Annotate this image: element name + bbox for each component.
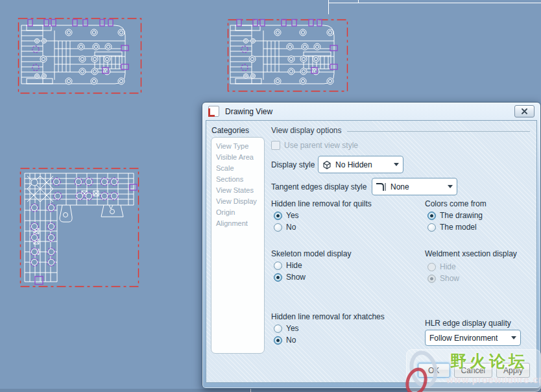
no-hidden-style-icon: [322, 160, 332, 170]
radio-quilts-no[interactable]: [274, 223, 282, 232]
colors-model-option[interactable]: The model: [427, 223, 477, 232]
use-parent-label: Use parent view style: [284, 141, 358, 150]
close-icon: [522, 108, 527, 114]
drawing-sheet-icon: [208, 106, 219, 117]
weldment-group-title: Weldment xsection display: [425, 249, 517, 258]
categories-listbox: View Type Visible Area Scale Sections Vi…: [211, 137, 265, 354]
drawing-view-dialog: Drawing View Categories View Type Visibl…: [202, 102, 541, 389]
hlr-quality-dropdown[interactable]: Follow Environment: [425, 330, 521, 346]
categories-label: Categories: [211, 126, 249, 135]
xhatches-group-title: Hidden line removal for xhatches: [271, 312, 385, 321]
dialog-footer: OK Cancel Apply: [418, 363, 530, 378]
tangent-edges-label: Tangent edges display style: [271, 182, 367, 191]
display-style-dropdown[interactable]: No Hidden: [318, 156, 403, 173]
dialog-title: Drawing View: [225, 107, 272, 116]
drawing-view-l-shape[interactable]: [19, 167, 139, 288]
tangent-edges-dropdown[interactable]: None: [372, 178, 457, 195]
colors-drawing-option[interactable]: The drawing: [427, 211, 483, 220]
skeleton-group-title: Skeleton model display: [271, 249, 351, 258]
dialog-content: Categories View Type Visible Area Scale …: [206, 120, 537, 383]
quilts-group-title: Hidden line removal for quilts: [271, 199, 372, 208]
xhatches-yes-option[interactable]: Yes: [274, 324, 299, 333]
drawing-view-top-middle[interactable]: [227, 19, 348, 92]
use-parent-checkbox[interactable]: [271, 141, 280, 150]
section-view-display-options: View display options: [271, 126, 530, 135]
skeleton-hide-option[interactable]: Hide: [274, 261, 302, 270]
radio-xhatches-no[interactable]: [274, 336, 282, 345]
chevron-down-icon: [394, 163, 399, 166]
dialog-titlebar[interactable]: Drawing View: [202, 103, 540, 120]
radio-skeleton-show[interactable]: [274, 273, 282, 282]
hlr-quality-value: Follow Environment: [429, 334, 509, 343]
sheet-table-line: [328, 0, 329, 14]
display-style-label: Display style: [271, 160, 315, 169]
radio-skeleton-hide[interactable]: [274, 262, 282, 270]
hlr-group-title: HLR edge display quality: [425, 319, 511, 328]
category-origin[interactable]: Origin: [216, 207, 264, 218]
radio-colors-drawing[interactable]: [427, 212, 436, 220]
weldment-hide-option[interactable]: Hide: [427, 262, 456, 271]
category-alignment[interactable]: Alignment: [216, 218, 264, 229]
skeleton-show-option[interactable]: Show: [274, 273, 306, 282]
cad-canvas: Drawing View Categories View Type Visibl…: [0, 0, 541, 392]
radio-weldment-show[interactable]: [427, 275, 436, 283]
ok-button[interactable]: OK: [418, 363, 450, 378]
category-visible-area[interactable]: Visible Area: [216, 152, 264, 163]
quilts-no-option[interactable]: No: [274, 223, 296, 232]
tangent-edge-icon: [376, 182, 387, 192]
category-scale[interactable]: Scale: [216, 163, 264, 174]
category-view-type[interactable]: View Type: [216, 141, 264, 152]
drawing-view-top-left[interactable]: [18, 18, 142, 94]
radio-weldment-hide[interactable]: [427, 263, 436, 271]
colors-group-title: Colors come from: [425, 199, 487, 208]
sheet-bottom-band: [0, 389, 541, 392]
quilts-yes-option[interactable]: Yes: [274, 211, 299, 220]
use-parent-view-style-row: Use parent view style: [271, 141, 358, 150]
radio-xhatches-yes[interactable]: [274, 325, 282, 333]
category-view-states[interactable]: View States: [216, 185, 264, 196]
xhatches-no-option[interactable]: No: [274, 336, 296, 345]
display-style-value: No Hidden: [335, 160, 391, 169]
cancel-button[interactable]: Cancel: [454, 363, 492, 378]
radio-quilts-yes[interactable]: [274, 212, 282, 220]
weldment-show-option[interactable]: Show: [427, 274, 459, 283]
category-view-display[interactable]: View Display: [216, 196, 264, 207]
close-button[interactable]: [514, 105, 535, 117]
category-sections[interactable]: Sections: [216, 174, 264, 185]
sheet-table-line: [358, 0, 359, 3]
tangent-edges-value: None: [391, 182, 445, 191]
apply-button[interactable]: Apply: [496, 363, 530, 378]
sheet-table-line: [328, 3, 541, 3]
chevron-down-icon: [511, 336, 516, 339]
chevron-down-icon: [448, 185, 453, 188]
radio-colors-model[interactable]: [427, 223, 436, 232]
